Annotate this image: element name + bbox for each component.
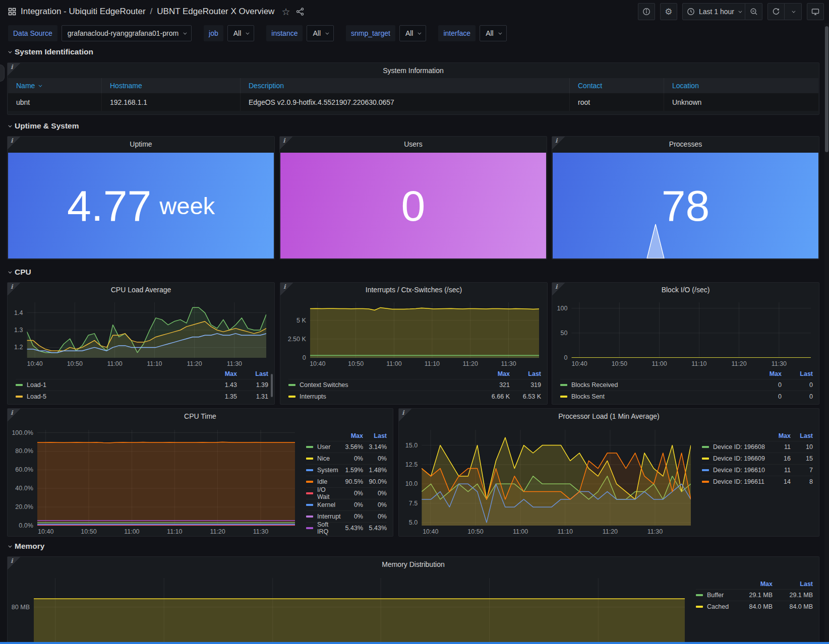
dashboard-settings-button[interactable]: ⚙	[660, 3, 677, 20]
legend-item[interactable]: Context Switches321319	[288, 379, 541, 391]
legend-label[interactable]: System	[317, 467, 339, 474]
panel-info-corner-icon[interactable]: i	[8, 409, 21, 422]
panel-title[interactable]: Interrupts / Ctx-Switches (/sec)	[280, 283, 547, 296]
page-scrollbar-thumb[interactable]	[825, 26, 828, 152]
panel-info-corner-icon[interactable]: i	[399, 409, 412, 422]
legend-label[interactable]: Kernel	[317, 501, 339, 508]
cpu-time-legend: MaxLastUser3.56%3.14%Nice0%0%System1.59%…	[303, 424, 393, 536]
top-nav: Integration - Ubiquiti EdgeRouter / UBNT…	[0, 0, 829, 23]
panel-info-corner-icon[interactable]: i	[280, 137, 293, 150]
panel-info-button[interactable]	[638, 3, 655, 20]
legend-item[interactable]: Kernel0%0%	[306, 499, 387, 510]
var-snmp-target-picker[interactable]: All	[399, 25, 427, 41]
interrupts-chart[interactable]: 02.50 K5 K10:4010:5011:0011:1011:2011:30	[282, 298, 543, 368]
legend-label[interactable]: Device ID: 196609	[713, 455, 768, 462]
column-header-name[interactable]: Name	[8, 78, 102, 93]
chevron-down-icon	[246, 31, 250, 34]
sparkline-spike	[646, 223, 665, 259]
panel-info-corner-icon[interactable]: i	[552, 283, 565, 296]
refresh-button[interactable]	[767, 3, 785, 20]
legend-item[interactable]: Buffer29.1 MB29.1 MB	[696, 589, 813, 601]
panel-info-corner-icon[interactable]: i	[280, 283, 293, 296]
legend-label[interactable]: User	[317, 443, 339, 450]
datasource-picker[interactable]: grafanacloud-ryanggrafana01-prom	[62, 25, 192, 41]
legend-label[interactable]: Blocks Received	[571, 381, 750, 389]
memory-chart[interactable]: 60 MB80 MB10:4010:5011:0011:1011:2011:30	[10, 574, 689, 644]
section-uptime-system[interactable]: Uptime & System	[8, 120, 79, 132]
legend-label[interactable]: Load-5	[27, 393, 206, 400]
legend-item[interactable]: Blocks Sent00	[560, 391, 813, 402]
breadcrumb-folder[interactable]: Integration - Ubiquiti EdgeRouter	[21, 7, 146, 17]
page-scrollbar[interactable]	[824, 23, 829, 644]
legend-item[interactable]: Interrupt0%0%	[306, 510, 387, 522]
legend-item[interactable]: Blocks Received00	[560, 379, 813, 391]
panel-title[interactable]: Memory Distribution	[8, 557, 819, 572]
column-header-location[interactable]: Location	[664, 78, 818, 93]
legend-item[interactable]: Device ID: 196610117	[702, 464, 813, 476]
legend-label[interactable]: Nice	[317, 455, 339, 462]
legend-label[interactable]: Device ID: 196611	[713, 478, 768, 485]
legend-item[interactable]: Load-51.351.31	[16, 391, 268, 402]
var-job-picker[interactable]: All	[227, 25, 255, 41]
legend-label[interactable]: Interrupt	[317, 513, 339, 520]
block-io-chart[interactable]: 05010010:4010:5011:0011:1011:2011:30	[554, 298, 815, 368]
panel-title[interactable]: System Information	[8, 63, 819, 78]
section-cpu[interactable]: CPU	[8, 267, 31, 278]
legend-label[interactable]: Idle	[317, 478, 339, 485]
panel-info-corner-icon[interactable]: i	[8, 283, 21, 296]
legend-item[interactable]: Load-11.431.39	[16, 379, 268, 391]
legend-label[interactable]: Buffer	[707, 592, 732, 599]
section-system-identification[interactable]: System Identification	[8, 46, 93, 57]
apps-grid-icon[interactable]	[8, 8, 16, 16]
legend-item[interactable]: Device ID: 196611148	[702, 476, 813, 487]
time-range-picker[interactable]: Last 1 hour	[682, 3, 745, 20]
legend-label[interactable]: Soft IRQ	[317, 521, 339, 535]
legend-label[interactable]: Load-1	[27, 381, 206, 389]
sidebar-handle[interactable]	[0, 65, 5, 82]
legend-label[interactable]: Device ID: 196610	[713, 467, 768, 474]
var-instance-picker[interactable]: All	[307, 25, 334, 41]
legend-item[interactable]: Soft IRQ5.43%5.43%	[306, 522, 387, 534]
column-header-contact[interactable]: Contact	[570, 78, 664, 93]
panel-title[interactable]: Uptime	[8, 137, 274, 152]
legend-swatch	[696, 606, 703, 608]
star-icon[interactable]: ☆	[281, 7, 290, 17]
legend-label[interactable]: I/O Wait	[317, 486, 339, 500]
section-memory[interactable]: Memory	[8, 541, 44, 552]
legend-label[interactable]: Cached	[707, 603, 732, 610]
var-interface-picker[interactable]: All	[480, 25, 507, 41]
legend-label[interactable]: Device ID: 196608	[713, 443, 768, 450]
legend-label[interactable]: Interrupts	[300, 393, 479, 400]
panel-title[interactable]: CPU Load Average	[8, 283, 274, 296]
legend-item[interactable]: I/O Wait0%0%	[306, 487, 387, 499]
legend-item[interactable]: Device ID: 1966091615	[702, 453, 813, 464]
panel-title[interactable]: Processes	[552, 137, 819, 152]
legend-item[interactable]: Nice0%0%	[306, 453, 387, 464]
panel-info-corner-icon[interactable]: i	[8, 137, 21, 150]
zoom-out-time-button[interactable]	[745, 3, 762, 20]
legend-label[interactable]: Blocks Sent	[571, 393, 750, 400]
share-icon[interactable]	[296, 8, 304, 16]
column-header-description[interactable]: Description	[241, 78, 570, 93]
panel-title[interactable]: Processor Load (1 Min Average)	[399, 409, 819, 424]
column-header-hostname[interactable]: Hostname	[102, 78, 241, 93]
panel-title[interactable]: CPU Time	[8, 409, 393, 424]
legend-item[interactable]: Interrupts6.66 K6.53 K	[288, 391, 541, 402]
legend-item[interactable]: Idle90.5%90.0%	[306, 476, 387, 487]
legend-scrollbar[interactable]	[271, 374, 273, 397]
cpu-load-chart[interactable]: 1.21.31.410:4010:5011:0011:1011:2011:30	[10, 298, 270, 368]
panel-info-corner-icon[interactable]: i	[8, 557, 21, 570]
panel-title[interactable]: Users	[280, 137, 547, 152]
panel-title[interactable]: Block I/O (/sec)	[552, 283, 819, 296]
panel-info-corner-icon[interactable]: i	[8, 63, 21, 76]
legend-item[interactable]: User3.56%3.14%	[306, 441, 387, 453]
kiosk-mode-button[interactable]	[807, 3, 824, 20]
cpu-time-chart[interactable]: 0.0%20.0%40.0%60.0%80.0%100.0%10:4010:50…	[10, 426, 299, 536]
legend-label[interactable]: Context Switches	[300, 381, 479, 389]
processor-load-chart[interactable]: 5.07.510.012.515.010:4010:5011:0011:1011…	[401, 426, 695, 536]
refresh-interval-dropdown[interactable]	[785, 3, 802, 20]
legend-item[interactable]: System1.59%1.48%	[306, 464, 387, 476]
legend-item[interactable]: Cached84.0 MB84.0 MB	[696, 601, 813, 612]
panel-info-corner-icon[interactable]: i	[552, 137, 565, 150]
legend-item[interactable]: Device ID: 1966081110	[702, 441, 813, 453]
